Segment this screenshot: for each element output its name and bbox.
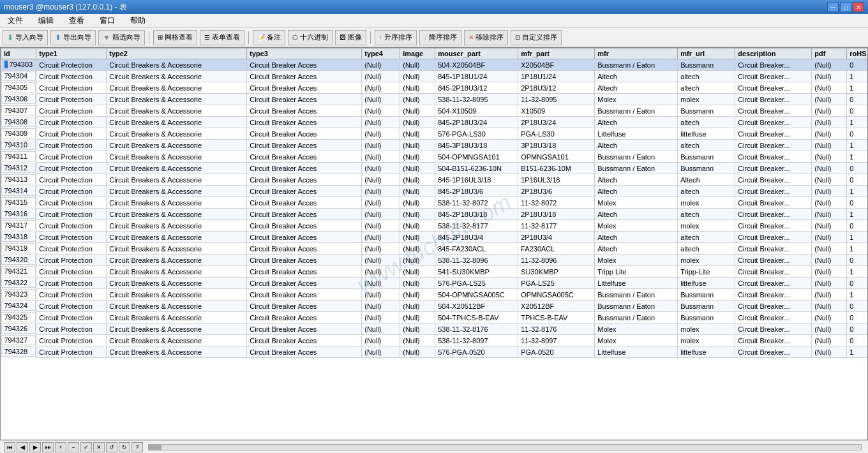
table-row[interactable]: 794317Circuit ProtectionCircuit Breakers… — [1, 220, 869, 232]
nav-confirm-button[interactable]: ✓ — [80, 442, 92, 452]
col-header-rohs[interactable]: roHS — [847, 48, 868, 59]
grid-view-button[interactable]: ⊞ 网格查看 — [153, 30, 197, 45]
table-row[interactable]: 794308Circuit ProtectionCircuit Breakers… — [1, 117, 869, 128]
data-table: id type1 type2 type3 type4 image mouser_… — [1, 48, 868, 358]
minimize-button[interactable]: ─ — [827, 2, 839, 12]
table-cell: Circuit Breaker Acces — [247, 301, 362, 312]
image-button[interactable]: 🖼 图像 — [335, 30, 366, 45]
col-header-type4[interactable]: type4 — [362, 48, 400, 59]
col-header-mfr[interactable]: mfr — [595, 48, 678, 59]
table-row[interactable]: 794328Circuit ProtectionCircuit Breakers… — [1, 346, 869, 358]
col-header-mfr-url[interactable]: mfr_url — [678, 48, 735, 59]
table-row[interactable]: 794311Circuit ProtectionCircuit Breakers… — [1, 151, 869, 163]
form-view-button[interactable]: ☰ 表单查看 — [200, 30, 244, 45]
table-row[interactable]: 794319Circuit ProtectionCircuit Breakers… — [1, 243, 869, 255]
table-cell: Bussmann / Eaton — [595, 163, 678, 174]
table-row[interactable]: 794303Circuit ProtectionCircuit Breakers… — [1, 59, 869, 71]
menu-view[interactable]: 查看 — [64, 14, 89, 27]
nav-help-button[interactable]: ? — [131, 442, 143, 452]
table-row[interactable]: 794313Circuit ProtectionCircuit Breakers… — [1, 174, 869, 186]
table-cell: PGA-LS25 — [518, 278, 595, 289]
table-row[interactable]: 794321Circuit ProtectionCircuit Breakers… — [1, 266, 869, 278]
col-header-type2[interactable]: type2 — [107, 48, 247, 59]
table-cell: Circuit Protection — [36, 289, 107, 301]
table-row[interactable]: 794314Circuit ProtectionCircuit Breakers… — [1, 186, 869, 197]
table-cell: Molex — [595, 220, 678, 232]
table-cell: (Null) — [400, 151, 435, 163]
table-cell: Circuit Breaker Acces — [247, 209, 362, 220]
sort-asc-button[interactable]: ↑ 升序排序 — [375, 30, 417, 45]
table-row[interactable]: 794305Circuit ProtectionCircuit Breakers… — [1, 82, 869, 94]
table-row[interactable]: 794326Circuit ProtectionCircuit Breakers… — [1, 323, 869, 335]
table-cell: Circuit Breaker Acces — [247, 59, 362, 71]
import-wizard-button[interactable]: ⬇ 导入向导 — [3, 30, 48, 45]
table-row[interactable]: 794322Circuit ProtectionCircuit Breakers… — [1, 278, 869, 289]
nav-next-button[interactable]: ▶ — [29, 442, 41, 452]
table-cell: (Null) — [362, 220, 400, 232]
nav-add-button[interactable]: + — [55, 442, 66, 452]
table-cell: Circuit Breaker Acces — [247, 278, 362, 289]
col-header-id[interactable]: id — [1, 48, 36, 59]
table-cell: X20504BF — [518, 59, 595, 71]
table-row[interactable]: 794307Circuit ProtectionCircuit Breakers… — [1, 105, 869, 117]
filter-wizard-button[interactable]: ▼ 筛选向导 — [98, 30, 145, 45]
table-cell: 541-SU30KMBP — [435, 266, 518, 278]
table-row[interactable]: 794320Circuit ProtectionCircuit Breakers… — [1, 255, 869, 266]
table-cell: Circuit Breakers & Accessorie — [107, 243, 247, 255]
close-button[interactable]: ✕ — [853, 2, 864, 12]
nav-undo-button[interactable]: ↺ — [106, 442, 117, 452]
menu-edit[interactable]: 编辑 — [33, 14, 59, 27]
table-row[interactable]: 794327Circuit ProtectionCircuit Breakers… — [1, 335, 869, 346]
table-row[interactable]: 794323Circuit ProtectionCircuit Breakers… — [1, 289, 869, 301]
menu-file[interactable]: 文件 — [3, 14, 28, 27]
table-row[interactable]: 794309Circuit ProtectionCircuit Breakers… — [1, 128, 869, 140]
table-cell: (Null) — [362, 151, 400, 163]
sort-remove-button[interactable]: ✕ 移除排序 — [464, 30, 508, 45]
note-button[interactable]: 📝 备注 — [253, 30, 285, 45]
table-cell: (Null) — [362, 186, 400, 197]
table-cell: 845-FA230ACL — [435, 243, 518, 255]
nav-delete-button[interactable]: − — [68, 442, 79, 452]
col-header-mouser-part[interactable]: mouser_part — [435, 48, 518, 59]
table-cell: (Null) — [362, 174, 400, 186]
table-cell: Circuit Breaker Acces — [247, 255, 362, 266]
nav-last-button[interactable]: ⏭ — [42, 442, 54, 452]
table-cell: Littelfuse — [595, 278, 678, 289]
col-header-pdf[interactable]: pdf — [812, 48, 847, 59]
table-row[interactable]: 794310Circuit ProtectionCircuit Breakers… — [1, 140, 869, 151]
table-cell: Bussmann / Eaton — [595, 151, 678, 163]
table-row[interactable]: 794325Circuit ProtectionCircuit Breakers… — [1, 312, 869, 323]
hex-button[interactable]: ⬡ 十六进制 — [288, 30, 333, 45]
table-row[interactable]: 794316Circuit ProtectionCircuit Breakers… — [1, 209, 869, 220]
nav-first-button[interactable]: ⏮ — [4, 442, 15, 452]
toolbar-separator-1 — [149, 31, 149, 44]
table-row[interactable]: 794318Circuit ProtectionCircuit Breakers… — [1, 232, 869, 243]
sort-custom-button[interactable]: ⊡ 自定义排序 — [511, 30, 562, 45]
export-wizard-button[interactable]: ⬆ 导出向导 — [50, 30, 96, 45]
col-header-type3[interactable]: type3 — [247, 48, 362, 59]
table-cell: Circuit Breakers & Accessorie — [107, 220, 247, 232]
menu-window[interactable]: 窗口 — [94, 14, 120, 27]
nav-redo-button[interactable]: ↻ — [119, 442, 130, 452]
table-cell: molex — [678, 197, 735, 209]
table-cell: Circuit Breaker Acces — [247, 243, 362, 255]
table-row[interactable]: 794324Circuit ProtectionCircuit Breakers… — [1, 301, 869, 312]
col-header-type1[interactable]: type1 — [36, 48, 107, 59]
menu-help[interactable]: 帮助 — [125, 14, 151, 27]
table-row[interactable]: 794304Circuit ProtectionCircuit Breakers… — [1, 71, 869, 82]
sort-desc-button[interactable]: ↓ 降序排序 — [419, 30, 461, 45]
table-cell: 504-X20504BF — [435, 59, 518, 71]
sort-desc-icon: ↓ — [424, 34, 427, 41]
col-header-description[interactable]: description — [735, 48, 812, 59]
maximize-button[interactable]: □ — [840, 2, 851, 12]
col-header-image[interactable]: image — [400, 48, 435, 59]
nav-prev-button[interactable]: ◀ — [17, 442, 28, 452]
table-row[interactable]: 794312Circuit ProtectionCircuit Breakers… — [1, 163, 869, 174]
table-cell: Altech — [595, 174, 678, 186]
table-row[interactable]: 794306Circuit ProtectionCircuit Breakers… — [1, 94, 869, 105]
col-header-mfr-part[interactable]: mfr_part — [518, 48, 595, 59]
table-row[interactable]: 794315Circuit ProtectionCircuit Breakers… — [1, 197, 869, 209]
data-table-container[interactable]: www.tuchuft.com id type1 type2 type3 typ… — [0, 47, 868, 440]
table-cell: Circuit Breaker... — [735, 243, 812, 255]
nav-cancel-button[interactable]: ✕ — [93, 442, 105, 452]
